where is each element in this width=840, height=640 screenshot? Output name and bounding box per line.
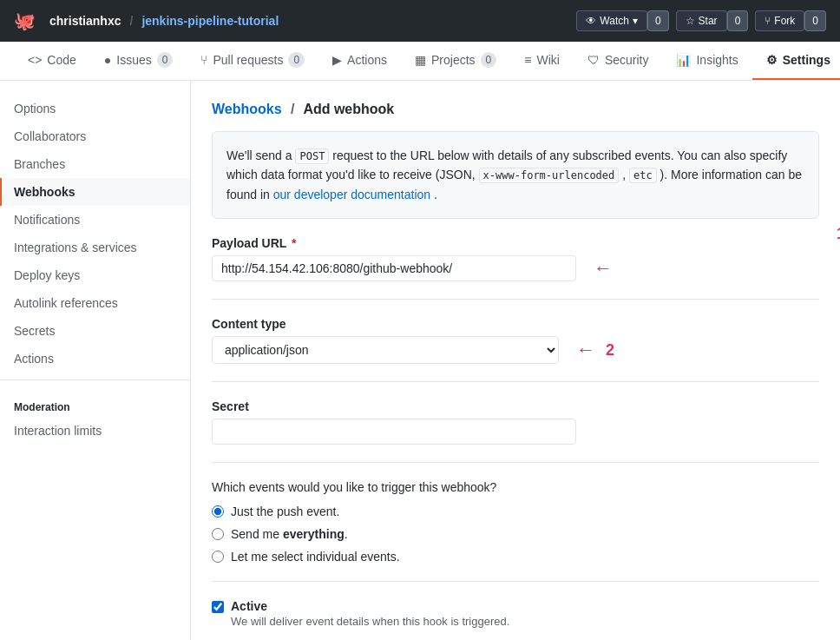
sidebar-item-deploy-keys[interactable]: Deploy keys [0,261,190,289]
tab-wiki[interactable]: ≡ Wiki [510,42,574,80]
actions-icon: ▶ [332,53,342,67]
repo-link[interactable]: christianhxc / jenkins-pipeline-tutorial [49,14,279,28]
nav-tabs: <> Code ● Issues 0 ⑂ Pull requests 0 ▶ A… [0,42,840,81]
insights-icon: 📊 [676,53,691,67]
octocat-icon: 🐙 [14,10,36,31]
active-desc: We will deliver event details when this … [231,615,509,628]
sidebar-item-webhooks[interactable]: Webhooks [0,178,190,206]
star-group: ☆ Star 0 [676,10,749,31]
breadcrumb: Webhooks / Add webhook [212,102,819,117]
fork-count: 0 [804,10,826,31]
info-text-1: We'll send a [226,148,295,162]
watch-button[interactable]: 👁 Watch ▾ [576,10,647,31]
fork-icon: ⑂ [765,15,771,27]
code-icon: <> [28,53,42,67]
moderation-section-header: Moderation [0,387,190,417]
info-box: We'll send a POST request to the URL bel… [212,131,819,219]
sidebar-item-interaction-limits[interactable]: Interaction limits [0,417,190,445]
tab-security[interactable]: 🛡 Security [574,42,663,80]
required-indicator: * [292,236,296,250]
divider-2 [212,381,819,382]
radio-select-events[interactable]: Let me select individual events. [212,550,819,564]
tab-code[interactable]: <> Code [14,42,90,80]
tab-pull-requests[interactable]: ⑂ Pull requests 0 [187,42,318,80]
security-icon: 🛡 [587,53,600,67]
fork-group: ⑂ Fork 0 [755,10,826,31]
issues-icon: ● [104,53,111,67]
active-checkbox-item: Active We will deliver event details whe… [212,599,819,628]
radio-group: Just the push event. Send me everything.… [212,505,819,564]
main-content: Webhooks / Add webhook We'll send a POST… [191,81,840,640]
payload-url-input[interactable] [212,255,576,281]
tab-insights[interactable]: 📊 Insights [662,42,751,80]
topbar-actions: 👁 Watch ▾ 0 ☆ Star 0 ⑂ Fork 0 [576,10,826,31]
post-code: POST [295,148,329,164]
divider-3 [212,462,819,463]
tab-settings[interactable]: ⚙ Settings [752,42,840,80]
projects-badge: 0 [481,52,497,68]
pr-badge: 0 [288,52,305,68]
sidebar-item-notifications[interactable]: Notifications [0,206,190,234]
etc-code: etc [629,168,657,183]
repo-name: jenkins-pipeline-tutorial [141,14,279,28]
star-button[interactable]: ☆ Star [676,10,727,31]
sidebar-item-options[interactable]: Options [0,95,190,122]
pr-icon: ⑂ [200,53,207,67]
chevron-down-icon: ▾ [633,15,638,27]
sidebar-item-autolink[interactable]: Autolink references [0,289,190,317]
fork-button[interactable]: ⑂ Fork [755,10,804,31]
secret-label: Secret [212,399,819,413]
tab-issues[interactable]: ● Issues 0 [90,42,187,80]
sidebar-item-integrations[interactable]: Integrations & services [0,234,190,261]
sidebar-item-collaborators[interactable]: Collaborators [0,122,190,150]
info-text-3: , [622,168,629,181]
form-code: x-www-form-urlencoded [479,168,620,183]
brand-separator: / [129,14,133,28]
annotation-1: 1 [837,225,840,243]
sidebar-item-secrets[interactable]: Secrets [0,317,190,345]
arrow-2: ← [576,339,595,361]
annotation-2: 2 [606,341,614,360]
watch-count: 0 [647,10,669,31]
issues-badge: 0 [157,52,174,68]
content-type-select[interactable]: application/json application/x-www-form-… [212,336,559,364]
star-count: 0 [727,10,749,31]
developer-docs-link[interactable]: our developer documentation [273,188,430,201]
arrow-1: ← [594,257,613,280]
events-question: Which events would you like to trigger t… [212,480,819,494]
radio-just-push-input[interactable] [212,505,224,518]
active-group: Active We will deliver event details whe… [212,599,819,628]
tab-actions[interactable]: ▶ Actions [318,42,401,80]
main-layout: Options Collaborators Branches Webhooks … [0,81,840,640]
active-checkbox[interactable] [212,601,224,613]
active-label: Active [231,599,509,613]
wiki-icon: ≡ [524,53,531,67]
breadcrumb-link[interactable]: Webhooks [212,102,282,116]
eye-icon: 👁 [586,15,596,27]
breadcrumb-current: Add webhook [303,102,394,116]
payload-url-label: Payload URL * [212,236,819,250]
settings-icon: ⚙ [766,53,778,67]
events-group: Which events would you like to trigger t… [212,480,819,564]
secret-group: Secret [212,399,819,445]
payload-url-group: Payload URL * ← 1 [212,236,819,281]
payload-url-row: ← 1 [212,255,819,281]
secret-input[interactable] [212,419,576,445]
radio-everything-input[interactable] [212,528,224,540]
radio-everything[interactable]: Send me everything. [212,527,819,541]
sidebar-item-branches[interactable]: Branches [0,150,190,178]
sidebar: Options Collaborators Branches Webhooks … [0,81,191,640]
owner-name: christianhxc [49,14,121,28]
content-type-group: Content type application/json applicatio… [212,317,819,364]
radio-select-events-input[interactable] [212,551,224,563]
sidebar-item-actions[interactable]: Actions [0,345,190,373]
watch-group: 👁 Watch ▾ 0 [576,10,668,31]
divider-4 [212,581,819,582]
tab-projects[interactable]: ▦ Projects 0 [401,42,510,80]
content-type-row: application/json application/x-www-form-… [212,336,819,364]
projects-icon: ▦ [415,53,426,67]
sidebar-divider [0,379,190,380]
star-icon: ☆ [686,15,695,27]
divider-1 [212,299,819,300]
radio-just-push[interactable]: Just the push event. [212,505,819,518]
